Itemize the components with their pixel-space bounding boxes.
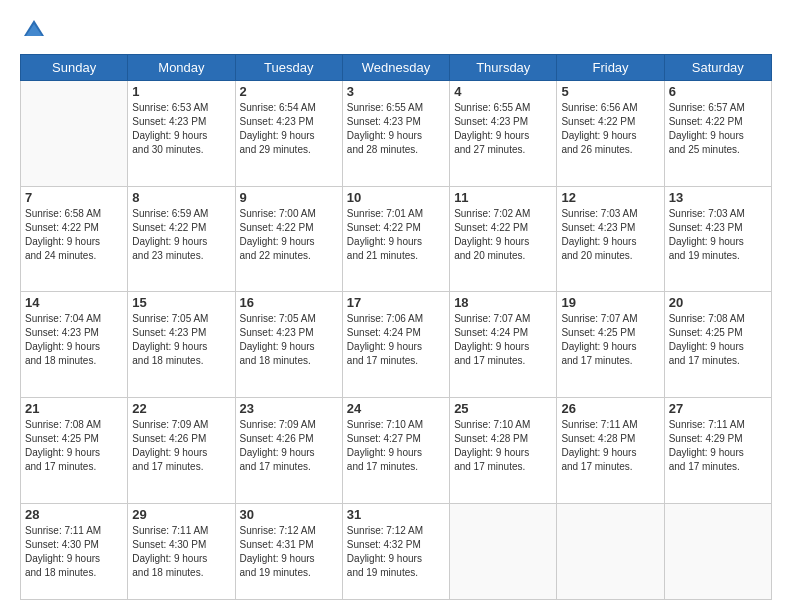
calendar-header-saturday: Saturday [664,55,771,81]
calendar-cell: 31Sunrise: 7:12 AM Sunset: 4:32 PM Dayli… [342,503,449,599]
calendar-cell: 12Sunrise: 7:03 AM Sunset: 4:23 PM Dayli… [557,186,664,292]
day-info: Sunrise: 7:11 AM Sunset: 4:29 PM Dayligh… [669,418,767,474]
day-number: 22 [132,401,230,416]
day-info: Sunrise: 7:07 AM Sunset: 4:24 PM Dayligh… [454,312,552,368]
day-number: 2 [240,84,338,99]
logo [20,16,52,44]
day-number: 26 [561,401,659,416]
calendar-header-tuesday: Tuesday [235,55,342,81]
day-number: 15 [132,295,230,310]
day-number: 20 [669,295,767,310]
day-info: Sunrise: 7:09 AM Sunset: 4:26 PM Dayligh… [132,418,230,474]
calendar-cell: 6Sunrise: 6:57 AM Sunset: 4:22 PM Daylig… [664,81,771,187]
day-info: Sunrise: 7:10 AM Sunset: 4:28 PM Dayligh… [454,418,552,474]
day-number: 13 [669,190,767,205]
calendar-header-wednesday: Wednesday [342,55,449,81]
day-number: 30 [240,507,338,522]
day-info: Sunrise: 7:11 AM Sunset: 4:30 PM Dayligh… [132,524,230,580]
calendar-cell: 16Sunrise: 7:05 AM Sunset: 4:23 PM Dayli… [235,292,342,398]
calendar-cell: 29Sunrise: 7:11 AM Sunset: 4:30 PM Dayli… [128,503,235,599]
calendar-cell: 18Sunrise: 7:07 AM Sunset: 4:24 PM Dayli… [450,292,557,398]
calendar-week-3: 14Sunrise: 7:04 AM Sunset: 4:23 PM Dayli… [21,292,772,398]
day-number: 28 [25,507,123,522]
calendar-cell: 4Sunrise: 6:55 AM Sunset: 4:23 PM Daylig… [450,81,557,187]
day-number: 8 [132,190,230,205]
day-info: Sunrise: 7:03 AM Sunset: 4:23 PM Dayligh… [561,207,659,263]
day-info: Sunrise: 7:05 AM Sunset: 4:23 PM Dayligh… [240,312,338,368]
calendar-cell: 19Sunrise: 7:07 AM Sunset: 4:25 PM Dayli… [557,292,664,398]
day-info: Sunrise: 7:12 AM Sunset: 4:31 PM Dayligh… [240,524,338,580]
day-info: Sunrise: 7:02 AM Sunset: 4:22 PM Dayligh… [454,207,552,263]
calendar-cell: 25Sunrise: 7:10 AM Sunset: 4:28 PM Dayli… [450,398,557,504]
day-number: 29 [132,507,230,522]
day-info: Sunrise: 7:08 AM Sunset: 4:25 PM Dayligh… [669,312,767,368]
calendar-week-4: 21Sunrise: 7:08 AM Sunset: 4:25 PM Dayli… [21,398,772,504]
calendar-cell: 2Sunrise: 6:54 AM Sunset: 4:23 PM Daylig… [235,81,342,187]
calendar-cell: 22Sunrise: 7:09 AM Sunset: 4:26 PM Dayli… [128,398,235,504]
day-number: 17 [347,295,445,310]
day-number: 11 [454,190,552,205]
calendar-header-monday: Monday [128,55,235,81]
day-number: 7 [25,190,123,205]
day-info: Sunrise: 6:55 AM Sunset: 4:23 PM Dayligh… [347,101,445,157]
day-number: 18 [454,295,552,310]
day-info: Sunrise: 7:04 AM Sunset: 4:23 PM Dayligh… [25,312,123,368]
calendar-cell: 30Sunrise: 7:12 AM Sunset: 4:31 PM Dayli… [235,503,342,599]
calendar-cell: 9Sunrise: 7:00 AM Sunset: 4:22 PM Daylig… [235,186,342,292]
day-info: Sunrise: 7:11 AM Sunset: 4:30 PM Dayligh… [25,524,123,580]
calendar-cell [664,503,771,599]
day-number: 19 [561,295,659,310]
day-number: 9 [240,190,338,205]
day-info: Sunrise: 6:59 AM Sunset: 4:22 PM Dayligh… [132,207,230,263]
calendar-cell: 7Sunrise: 6:58 AM Sunset: 4:22 PM Daylig… [21,186,128,292]
day-info: Sunrise: 7:09 AM Sunset: 4:26 PM Dayligh… [240,418,338,474]
header [20,16,772,44]
calendar-cell: 5Sunrise: 6:56 AM Sunset: 4:22 PM Daylig… [557,81,664,187]
calendar-cell: 8Sunrise: 6:59 AM Sunset: 4:22 PM Daylig… [128,186,235,292]
day-info: Sunrise: 6:56 AM Sunset: 4:22 PM Dayligh… [561,101,659,157]
day-number: 31 [347,507,445,522]
day-number: 6 [669,84,767,99]
day-info: Sunrise: 7:05 AM Sunset: 4:23 PM Dayligh… [132,312,230,368]
day-info: Sunrise: 7:11 AM Sunset: 4:28 PM Dayligh… [561,418,659,474]
day-info: Sunrise: 6:55 AM Sunset: 4:23 PM Dayligh… [454,101,552,157]
day-info: Sunrise: 7:06 AM Sunset: 4:24 PM Dayligh… [347,312,445,368]
day-number: 12 [561,190,659,205]
day-info: Sunrise: 6:53 AM Sunset: 4:23 PM Dayligh… [132,101,230,157]
calendar-week-1: 1Sunrise: 6:53 AM Sunset: 4:23 PM Daylig… [21,81,772,187]
page: SundayMondayTuesdayWednesdayThursdayFrid… [0,0,792,612]
calendar-cell [557,503,664,599]
calendar-cell: 10Sunrise: 7:01 AM Sunset: 4:22 PM Dayli… [342,186,449,292]
day-info: Sunrise: 7:08 AM Sunset: 4:25 PM Dayligh… [25,418,123,474]
calendar-table: SundayMondayTuesdayWednesdayThursdayFrid… [20,54,772,600]
calendar-cell: 17Sunrise: 7:06 AM Sunset: 4:24 PM Dayli… [342,292,449,398]
day-info: Sunrise: 7:01 AM Sunset: 4:22 PM Dayligh… [347,207,445,263]
calendar-cell: 21Sunrise: 7:08 AM Sunset: 4:25 PM Dayli… [21,398,128,504]
day-number: 4 [454,84,552,99]
calendar-cell: 3Sunrise: 6:55 AM Sunset: 4:23 PM Daylig… [342,81,449,187]
calendar-cell: 24Sunrise: 7:10 AM Sunset: 4:27 PM Dayli… [342,398,449,504]
calendar-cell: 23Sunrise: 7:09 AM Sunset: 4:26 PM Dayli… [235,398,342,504]
day-info: Sunrise: 7:00 AM Sunset: 4:22 PM Dayligh… [240,207,338,263]
day-number: 25 [454,401,552,416]
day-info: Sunrise: 6:58 AM Sunset: 4:22 PM Dayligh… [25,207,123,263]
day-number: 10 [347,190,445,205]
calendar-cell: 11Sunrise: 7:02 AM Sunset: 4:22 PM Dayli… [450,186,557,292]
day-number: 23 [240,401,338,416]
day-info: Sunrise: 6:57 AM Sunset: 4:22 PM Dayligh… [669,101,767,157]
day-info: Sunrise: 7:10 AM Sunset: 4:27 PM Dayligh… [347,418,445,474]
day-number: 1 [132,84,230,99]
calendar-header-friday: Friday [557,55,664,81]
calendar-cell: 14Sunrise: 7:04 AM Sunset: 4:23 PM Dayli… [21,292,128,398]
calendar-cell: 27Sunrise: 7:11 AM Sunset: 4:29 PM Dayli… [664,398,771,504]
day-info: Sunrise: 7:12 AM Sunset: 4:32 PM Dayligh… [347,524,445,580]
day-number: 3 [347,84,445,99]
day-number: 24 [347,401,445,416]
logo-icon [20,16,48,44]
day-info: Sunrise: 7:07 AM Sunset: 4:25 PM Dayligh… [561,312,659,368]
calendar-header-thursday: Thursday [450,55,557,81]
calendar-week-2: 7Sunrise: 6:58 AM Sunset: 4:22 PM Daylig… [21,186,772,292]
calendar-cell: 26Sunrise: 7:11 AM Sunset: 4:28 PM Dayli… [557,398,664,504]
calendar-cell: 15Sunrise: 7:05 AM Sunset: 4:23 PM Dayli… [128,292,235,398]
calendar-week-5: 28Sunrise: 7:11 AM Sunset: 4:30 PM Dayli… [21,503,772,599]
